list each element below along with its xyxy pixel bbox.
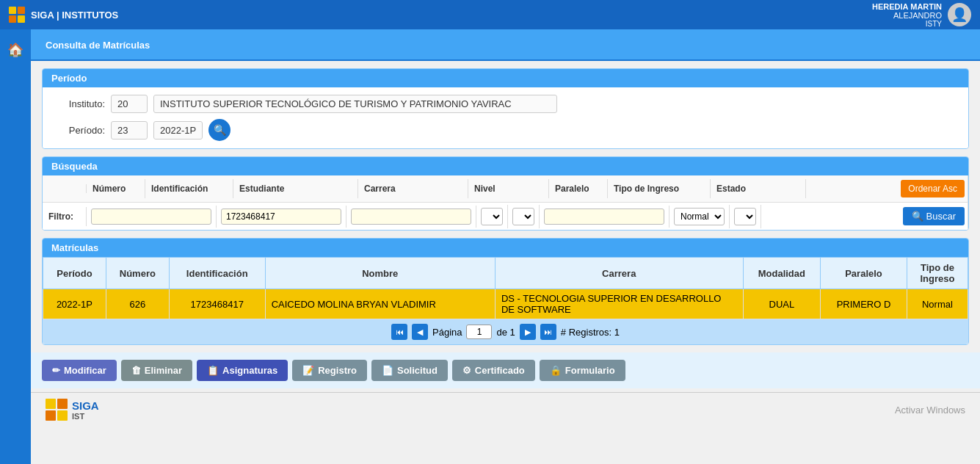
modificar-button[interactable]: ✏ Modificar (42, 360, 117, 381)
col-estudiante: Estudiante (233, 179, 358, 198)
ordenar-button[interactable]: Ordenar Asc (901, 180, 965, 197)
sidebar: 🏠 (0, 29, 31, 464)
periodo-val: 2022-1P (153, 121, 203, 139)
busqueda-section-label: Búsqueda (51, 161, 98, 172)
matriculas-section-body: Período Número Identificación Nombre Car… (43, 257, 968, 344)
th-tipo-ingreso: Tipo deIngreso (907, 258, 968, 289)
footer-logo-icon (46, 399, 68, 421)
th-numero: Número (106, 258, 169, 289)
user-institution: ISTY (872, 20, 942, 28)
filter-estudiante-input[interactable] (351, 209, 471, 225)
certificado-button[interactable]: ⚙ Certificado (452, 360, 535, 381)
busqueda-section: Búsqueda Número Identificación Estudiant… (42, 156, 969, 231)
table-header-row: Período Número Identificación Nombre Car… (43, 258, 968, 289)
buscar-button[interactable]: 🔍 Buscar (903, 207, 965, 225)
pagination-bar: ⏮ ◀ Página de 1 ▶ ⏭ # Registros: 1 (43, 319, 968, 344)
pag-first-button[interactable]: ⏮ (391, 324, 407, 340)
filter-actions-cell: 🔍 Buscar (761, 203, 968, 230)
pag-prev-button[interactable]: ◀ (412, 324, 428, 340)
periodo-value: 23 2022-1P 🔍 (111, 119, 957, 141)
instituto-row: Instituto: 20 INSTITUTO SUPERIOR TECNOLÓ… (54, 95, 957, 113)
certificado-label: Certificado (475, 365, 525, 376)
td-periodo: 2022-1P (43, 289, 106, 319)
col-carrera: Carrera (358, 179, 468, 198)
action-buttons-bar: ✏ Modificar 🗑 Eliminar 📋 Asignaturas 📝 R… (31, 352, 980, 388)
instituto-code: 20 (111, 95, 148, 113)
filter-nivel-select[interactable] (512, 208, 534, 225)
periodo-label: Período: (54, 125, 105, 136)
pag-label: Página (432, 327, 462, 338)
search-filter-row: Filtro: (43, 203, 968, 230)
asignaturas-label: Asignaturas (222, 365, 277, 376)
eliminar-button[interactable]: 🗑 Eliminar (121, 360, 192, 381)
registro-label: Registro (318, 365, 357, 376)
avatar: 👤 (948, 3, 971, 26)
filter-estudiante-cell (346, 206, 476, 228)
filter-tipo-cell: Normal (669, 205, 730, 228)
col-actions: Ordenar Asc (806, 175, 968, 202)
registro-button[interactable]: 📝 Registro (292, 360, 367, 381)
footer-sub: IST (72, 412, 99, 421)
solicitud-label: Solicitud (397, 365, 438, 376)
certificado-icon: ⚙ (462, 365, 471, 376)
main-content: Consulta de Matrículas Período Instituto… (31, 29, 980, 464)
filter-paralelo-input[interactable] (544, 209, 664, 225)
solicitud-button[interactable]: 📄 Solicitud (371, 360, 448, 381)
matriculas-section: Matrículas Período Número Identificación… (42, 238, 969, 345)
periodo-row: Período: 23 2022-1P 🔍 (54, 119, 957, 141)
pag-last-button[interactable]: ⏭ (540, 324, 556, 340)
td-numero: 626 (106, 289, 169, 319)
registro-icon: 📝 (302, 365, 314, 376)
td-modalidad: DUAL (743, 289, 821, 319)
periodo-search-button[interactable]: 🔍 (208, 119, 231, 141)
footer-siga: SIGA (72, 399, 99, 412)
pag-records: # Registros: 1 (561, 327, 620, 338)
windows-activate-text: Activar Windows (895, 405, 965, 416)
col-nivel: Nivel (468, 179, 549, 198)
periodo-section-label: Período (51, 73, 87, 84)
user-role: ALEJANDRO (872, 11, 942, 20)
buscar-label: Buscar (926, 211, 956, 222)
periodo-section: Período Instituto: 20 INSTITUTO SUPERIOR… (42, 68, 969, 149)
filter-identificacion-cell (217, 206, 346, 228)
formulario-label: Formulario (565, 365, 615, 376)
pag-next-button[interactable]: ▶ (520, 324, 536, 340)
asignaturas-button[interactable]: 📋 Asignaturas (197, 360, 288, 381)
pag-page-input[interactable] (466, 325, 492, 339)
filter-carrera-select[interactable] (481, 208, 503, 225)
solicitud-icon: 📄 (382, 365, 393, 376)
filter-carrera-cell (476, 205, 508, 228)
filter-estado-select[interactable] (734, 208, 756, 225)
instituto-value: 20 INSTITUTO SUPERIOR TECNOLÓGICO DE TUR… (111, 95, 957, 113)
instituto-label: Instituto: (54, 98, 105, 109)
periodo-code: 23 (111, 121, 148, 139)
footer-right: Activar Windows (895, 405, 965, 416)
th-periodo: Período (43, 258, 106, 289)
home-icon[interactable]: 🏠 (2, 37, 29, 63)
filter-identificacion-input[interactable] (221, 209, 341, 225)
matriculas-section-header: Matrículas (43, 239, 968, 257)
col-estado: Estado (711, 179, 806, 198)
brand: SIGA | INSTITUTOS (9, 7, 118, 23)
col-identificacion: Identificación (145, 179, 233, 198)
filter-tipo-select[interactable]: Normal (674, 208, 725, 225)
th-paralelo: Paralelo (821, 258, 907, 289)
table-row[interactable]: 2022-1P 626 1723468417 CAICEDO MOLINA BR… (43, 289, 968, 319)
busqueda-section-header: Búsqueda (43, 157, 968, 175)
filter-estado-cell (730, 205, 761, 228)
th-modalidad: Modalidad (743, 258, 821, 289)
col-tipo-ingreso: Tipo de Ingreso (608, 179, 711, 198)
periodo-section-body: Instituto: 20 INSTITUTO SUPERIOR TECNOLÓ… (43, 87, 968, 148)
filter-nivel-cell (508, 205, 540, 228)
filter-numero-input[interactable] (91, 209, 211, 225)
filter-numero-cell (87, 206, 217, 228)
page-title: Consulta de Matrículas (46, 40, 150, 51)
formulario-button[interactable]: 🔒 Formulario (540, 360, 625, 381)
table-body: 2022-1P 626 1723468417 CAICEDO MOLINA BR… (43, 289, 968, 319)
td-paralelo: PRIMERO D (821, 289, 907, 319)
asignaturas-icon: 📋 (207, 365, 219, 376)
eliminar-icon: 🗑 (131, 365, 141, 376)
periodo-section-header: Período (43, 69, 968, 87)
search-icon: 🔍 (912, 211, 923, 222)
footer: SIGA IST Activar Windows (31, 392, 980, 427)
